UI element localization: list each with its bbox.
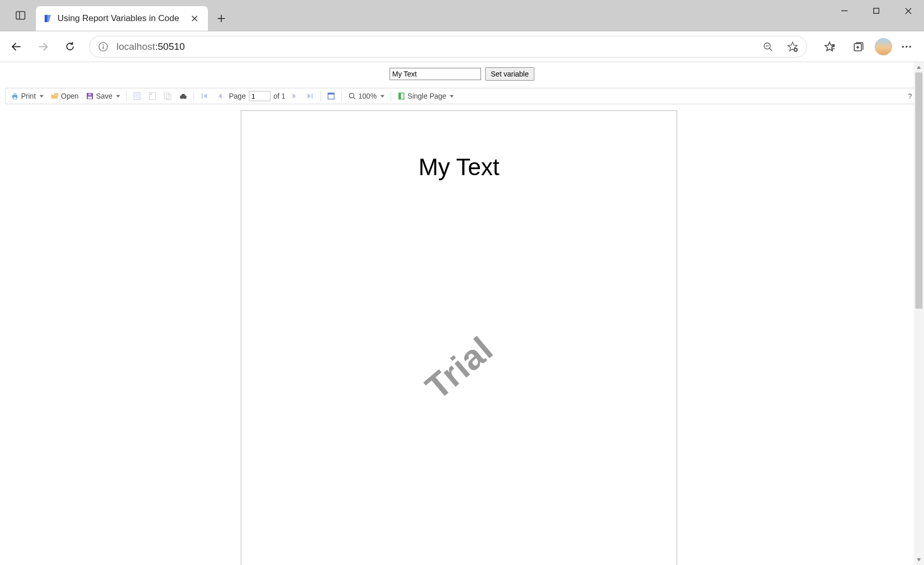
folder-open-icon [51, 92, 59, 100]
profile-avatar[interactable] [875, 38, 892, 55]
url-port: :50510 [155, 41, 185, 52]
print-icon [11, 92, 19, 100]
page-number-input[interactable] [249, 91, 271, 101]
svg-rect-9 [874, 8, 879, 13]
save-icon [86, 92, 94, 100]
variable-input[interactable] [390, 68, 481, 80]
prev-page-button[interactable] [214, 90, 226, 102]
open-label: Open [61, 92, 79, 100]
page-label: Page [229, 92, 246, 100]
nav-back-button[interactable] [4, 34, 29, 59]
svg-point-59 [350, 93, 354, 98]
nav-refresh-button[interactable] [57, 34, 82, 59]
set-variable-button[interactable]: Set variable [485, 67, 534, 81]
scroll-down-icon[interactable] [914, 555, 924, 565]
bookmarks-icon [133, 92, 141, 100]
address-bar[interactable]: localhost:50510 [89, 36, 807, 58]
svg-line-18 [769, 48, 772, 51]
window-minimize-button[interactable] [829, 0, 860, 22]
parameters-panel-button[interactable] [146, 90, 159, 102]
last-page-button[interactable] [304, 90, 316, 102]
window-controls [829, 0, 924, 31]
svg-rect-45 [150, 93, 152, 95]
site-favicon [43, 14, 52, 23]
page-content: Set variable Print Open Save [0, 62, 924, 565]
new-tab-button[interactable] [211, 8, 232, 29]
dropdown-caret-icon [450, 95, 454, 98]
resources-panel-button[interactable] [162, 90, 174, 102]
favorites-button[interactable] [817, 34, 842, 59]
view-mode-label: Single Page [408, 92, 447, 100]
url-text: localhost:50510 [117, 41, 185, 52]
zoom-label: 100% [358, 92, 377, 100]
chevron-right-icon [291, 92, 299, 100]
page-total-label: of 1 [274, 92, 285, 100]
find-button[interactable] [177, 90, 189, 102]
report-heading: My Text [241, 111, 677, 181]
dropdown-caret-icon [116, 95, 120, 98]
tab-title: Using Report Variables in Code [57, 13, 179, 24]
save-button[interactable]: Save [84, 90, 122, 102]
svg-marker-52 [203, 93, 207, 99]
settings-menu-button[interactable] [896, 36, 917, 57]
svg-rect-35 [13, 93, 16, 95]
browser-titlebar: Using Report Variables in Code [0, 0, 924, 31]
vertical-scrollbar[interactable] [914, 62, 924, 565]
svg-rect-62 [399, 93, 401, 99]
print-label: Print [21, 92, 36, 100]
open-button[interactable]: Open [49, 90, 81, 102]
nav-forward-button[interactable] [31, 34, 55, 59]
scroll-up-icon[interactable] [914, 62, 924, 72]
document-viewport: My Text Trial [5, 106, 913, 565]
url-host: localhost [117, 41, 155, 52]
svg-rect-0 [16, 12, 25, 20]
tab-close-button[interactable] [187, 11, 202, 26]
view-mode-button[interactable]: Single Page [395, 90, 456, 102]
collections-button[interactable] [846, 34, 871, 59]
first-page-button[interactable] [198, 90, 210, 102]
resources-icon [164, 92, 172, 100]
tab-actions-button[interactable] [9, 4, 32, 27]
svg-rect-36 [13, 97, 16, 99]
dropdown-caret-icon [40, 95, 44, 98]
window-maximize-button[interactable] [860, 0, 892, 22]
single-page-icon [397, 92, 406, 100]
browser-tab[interactable]: Using Report Variables in Code [36, 6, 208, 31]
svg-rect-50 [182, 94, 185, 96]
svg-marker-53 [218, 93, 222, 99]
svg-marker-63 [917, 66, 921, 69]
report-viewer-toolbar: Print Open Save Page of 1 [5, 88, 919, 104]
zoom-reset-icon[interactable] [759, 38, 777, 55]
last-page-icon [306, 92, 314, 100]
chevron-left-icon [216, 92, 224, 100]
site-info-icon[interactable] [97, 41, 109, 53]
window-close-button[interactable] [892, 0, 924, 22]
tab-strip: Using Report Variables in Code [0, 0, 232, 31]
browser-toolbar: localhost:50510 [0, 31, 924, 62]
scrollbar-thumb[interactable] [915, 72, 922, 309]
svg-point-32 [906, 46, 908, 48]
zoom-button[interactable]: 100% [346, 90, 387, 102]
svg-marker-3 [47, 15, 51, 22]
svg-rect-38 [88, 97, 92, 99]
svg-point-33 [909, 46, 911, 48]
svg-marker-64 [917, 558, 921, 561]
bookmarks-panel-button[interactable] [131, 90, 143, 102]
svg-rect-39 [88, 93, 91, 96]
svg-point-31 [902, 46, 904, 48]
binoculars-icon [179, 92, 187, 100]
print-button[interactable]: Print [9, 90, 46, 102]
parameters-icon [148, 92, 157, 100]
next-page-button[interactable] [288, 90, 301, 102]
zoom-icon [348, 92, 356, 100]
scrollbar-track[interactable] [914, 72, 924, 555]
svg-rect-44 [149, 92, 156, 100]
report-page: My Text Trial [241, 110, 677, 565]
dropdown-caret-icon [380, 95, 384, 98]
favorite-add-icon[interactable] [784, 38, 801, 55]
first-page-icon [200, 92, 208, 100]
svg-marker-55 [307, 93, 311, 99]
full-screen-button[interactable] [325, 90, 337, 102]
toolbar-right-icons [817, 34, 917, 59]
svg-point-15 [103, 44, 104, 45]
